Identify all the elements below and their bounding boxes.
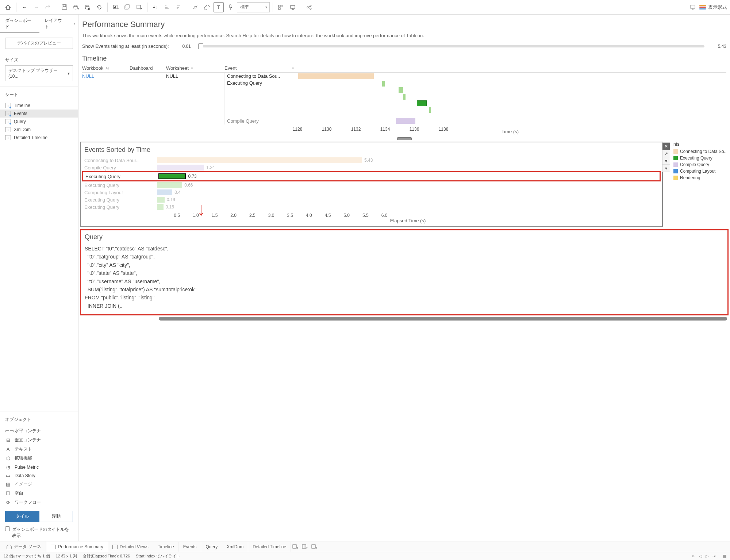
event-bar[interactable] bbox=[158, 173, 186, 179]
refresh-datasource-icon[interactable] bbox=[94, 2, 104, 12]
sort-asc-icon[interactable] bbox=[162, 2, 172, 12]
size-dropdown[interactable]: デスクトップ ブラウザー (10...▾ bbox=[5, 65, 73, 81]
new-dashboard-tab-icon[interactable]: + bbox=[300, 543, 310, 551]
event-bar[interactable] bbox=[157, 204, 164, 210]
new-worksheet-tab-icon[interactable]: + bbox=[291, 543, 300, 551]
tab-datasource[interactable]: データ ソース bbox=[2, 541, 46, 552]
show-title-check[interactable] bbox=[5, 526, 10, 531]
attachment-icon[interactable] bbox=[202, 2, 212, 12]
swap-icon[interactable] bbox=[150, 2, 161, 12]
legend-item[interactable]: Executing Query bbox=[673, 155, 730, 161]
slider-thumb[interactable] bbox=[198, 43, 203, 49]
tab-list-icon[interactable]: ▦ bbox=[723, 554, 726, 559]
sheet-detailed-timeline[interactable]: ⫿Detailed Timeline bbox=[0, 134, 78, 142]
guide-icon[interactable] bbox=[688, 2, 698, 12]
revert-icon[interactable] bbox=[43, 2, 53, 12]
timeline-sheet[interactable]: WorkbookA↕ Dashboard Worksheet≡ Event≡ N… bbox=[78, 65, 730, 140]
close-icon[interactable]: ✕ bbox=[662, 143, 670, 150]
sheet-query[interactable]: ⫿Query bbox=[0, 118, 78, 126]
legend-item[interactable]: Compile Query bbox=[673, 161, 730, 168]
resize-handle[interactable] bbox=[397, 137, 412, 140]
clear-icon[interactable]: ✕ bbox=[134, 2, 144, 12]
fit-dropdown[interactable]: 標準 bbox=[237, 2, 270, 12]
tab-perf-summary[interactable]: Performance Summary bbox=[46, 542, 108, 552]
tab-detailed-timeline[interactable]: Detailed Timeline bbox=[248, 542, 291, 552]
event-row[interactable]: Connecting to Data Sour..5.43 bbox=[81, 157, 662, 164]
new-worksheet-icon[interactable]: + bbox=[111, 2, 121, 12]
object-item[interactable]: ☐空白 bbox=[0, 489, 78, 498]
next-icon[interactable]: ▷ bbox=[706, 554, 708, 559]
menu-icon[interactable]: ▾ bbox=[662, 165, 670, 172]
event-row[interactable]: Executing Query0.16 bbox=[81, 203, 662, 211]
event-row[interactable]: Compile Query1.24 bbox=[81, 164, 662, 171]
sheet-timeline[interactable]: ⫿Timeline bbox=[0, 101, 78, 110]
pause-icon[interactable] bbox=[82, 2, 93, 12]
save-icon[interactable] bbox=[59, 2, 69, 12]
sort-icon[interactable]: A↕ bbox=[105, 66, 110, 70]
event-bar[interactable] bbox=[157, 165, 204, 170]
event-bar[interactable] bbox=[157, 197, 165, 203]
home-icon[interactable] bbox=[3, 2, 13, 12]
float-button[interactable]: 浮動 bbox=[39, 511, 73, 522]
object-item[interactable]: ⟳ワークフロー bbox=[0, 498, 78, 507]
cards-icon[interactable] bbox=[276, 2, 286, 12]
timeline-bar[interactable] bbox=[403, 94, 406, 100]
object-item[interactable]: ▭Data Story bbox=[0, 471, 78, 480]
tab-layout[interactable]: レイアウト bbox=[39, 15, 70, 33]
event-row[interactable]: Executing Query0.66 bbox=[81, 181, 662, 189]
timeline-bar[interactable] bbox=[417, 100, 427, 106]
sort-desc-icon[interactable] bbox=[174, 2, 184, 12]
sort-icon[interactable]: ≡ bbox=[292, 66, 294, 70]
timeline-bar[interactable] bbox=[429, 107, 431, 113]
tab-events[interactable]: Events bbox=[179, 542, 201, 552]
legend-item[interactable]: Computing Layout bbox=[673, 168, 730, 174]
event-bar[interactable] bbox=[157, 182, 182, 188]
sort-icon[interactable]: ≡ bbox=[191, 66, 193, 70]
event-row[interactable]: Computing Layout0.4 bbox=[81, 189, 662, 196]
new-datasource-icon[interactable]: + bbox=[71, 2, 81, 12]
tab-timeline[interactable]: Timeline bbox=[153, 542, 179, 552]
show-title-checkbox[interactable]: ダッシュボードのタイトルを表示 bbox=[0, 524, 78, 541]
first-icon[interactable]: ⇤ bbox=[692, 554, 695, 559]
device-preview-button[interactable]: デバイスのプレビュー bbox=[5, 38, 73, 49]
horizontal-scrollbar[interactable] bbox=[159, 317, 727, 321]
time-slider[interactable] bbox=[198, 45, 704, 47]
sheet-events[interactable]: ⫿Events bbox=[0, 110, 78, 118]
event-bar[interactable] bbox=[157, 157, 362, 163]
goto-sheet-icon[interactable]: ↗ bbox=[662, 150, 670, 157]
new-story-tab-icon[interactable]: + bbox=[310, 543, 319, 551]
highlight-icon[interactable] bbox=[190, 2, 200, 12]
tile-button[interactable]: タイル bbox=[5, 511, 39, 522]
collapse-sidebar-icon[interactable]: ‹ bbox=[70, 21, 78, 27]
query-sheet[interactable]: Query SELECT "t0"."catdesc" AS "catdesc"… bbox=[80, 229, 729, 315]
timeline-bar[interactable] bbox=[399, 87, 403, 93]
prev-icon[interactable]: ◁ bbox=[699, 554, 702, 559]
object-item[interactable]: ▭▭水平コンテナ bbox=[0, 426, 78, 436]
object-item[interactable]: ⬡拡張機能 bbox=[0, 454, 78, 463]
object-item[interactable]: ◔Pulse Metric bbox=[0, 463, 78, 471]
event-row[interactable]: Executing Query0.19 bbox=[81, 196, 662, 203]
timeline-bar[interactable] bbox=[298, 73, 373, 79]
legend-item[interactable]: Rendering bbox=[673, 174, 730, 181]
share-icon[interactable] bbox=[304, 2, 314, 12]
tab-dashboard[interactable]: ダッシュボード bbox=[0, 15, 39, 33]
events-sheet[interactable]: Events Sorted by Time Connecting to Data… bbox=[80, 142, 663, 227]
filter-icon[interactable]: ▼ bbox=[662, 157, 670, 165]
tab-query[interactable]: Query bbox=[201, 542, 222, 552]
object-item[interactable]: ⊟垂直コンテナ bbox=[0, 436, 78, 445]
timeline-bar[interactable] bbox=[396, 118, 415, 124]
sheet-xmldom[interactable]: ⫿XmlDom bbox=[0, 126, 78, 134]
event-row[interactable]: Executing Query0.73 bbox=[82, 171, 661, 181]
duplicate-icon[interactable] bbox=[122, 2, 132, 12]
presentation-icon[interactable] bbox=[288, 2, 298, 12]
forward-icon[interactable]: → bbox=[31, 2, 41, 12]
timeline-bar[interactable] bbox=[382, 81, 385, 87]
tab-xmldom[interactable]: XmlDom bbox=[222, 542, 248, 552]
text-tool-icon[interactable]: T bbox=[214, 2, 224, 12]
pin-icon[interactable] bbox=[225, 2, 235, 12]
show-me-button[interactable]: 表示形式 bbox=[699, 4, 727, 11]
legend-item[interactable]: Connecting to Data So.. bbox=[673, 148, 730, 155]
timeline-chart[interactable] bbox=[294, 73, 726, 124]
back-icon[interactable]: ← bbox=[19, 2, 30, 12]
object-item[interactable]: ▨イメージ bbox=[0, 480, 78, 489]
